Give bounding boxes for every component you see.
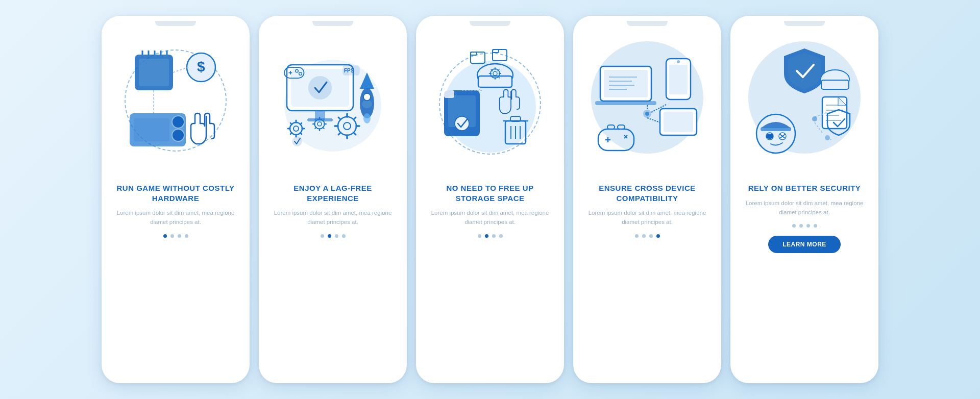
svg-rect-81 (471, 52, 477, 55)
svg-point-20 (309, 77, 331, 99)
svg-point-30 (363, 93, 371, 101)
phone-notch (155, 21, 196, 26)
svg-text:$: $ (197, 59, 205, 74)
card-text-storage: NO NEED TO FREE UP STORAGE SPACE Lorem i… (416, 183, 564, 371)
dot-2-2 (328, 234, 331, 238)
dot-3-4 (499, 234, 503, 238)
dots-row-5 (792, 224, 817, 228)
svg-line-107 (647, 118, 660, 122)
phone-notch-2 (312, 21, 353, 26)
svg-point-29 (363, 113, 371, 123)
lagfree-svg-wrapper: FPS (277, 39, 389, 174)
card-text-crossdevice: ENSURE CROSS DEVICE COMPATIBILITY Lorem … (573, 183, 721, 371)
card-desc-crossdevice: Lorem ipsum dolor sit dim amet, mea regi… (584, 208, 710, 227)
card-crossdevice: ENSURE CROSS DEVICE COMPATIBILITY Lorem … (573, 16, 721, 383)
card-title-hardware: RUN GAME WITHOUT COSTLY HARDWARE (113, 183, 238, 203)
card-hardware: $ RUN GAME WITHOUT COSTLY HARDWARE (102, 16, 250, 383)
card-text-lagfree: ENJOY A LAG-FREE EXPERIENCE Lorem ipsum … (259, 183, 407, 371)
svg-rect-83 (493, 49, 499, 53)
svg-line-42 (290, 133, 292, 134)
dot-2-1 (321, 234, 324, 238)
svg-rect-1 (139, 59, 169, 86)
card-text-hardware: RUN GAME WITHOUT COSTLY HARDWARE Lorem i… (102, 183, 250, 371)
card-illustration-hardware: $ (114, 30, 237, 183)
dot-1-1 (163, 234, 167, 238)
svg-point-67 (455, 116, 469, 131)
dot-4-3 (649, 234, 653, 238)
card-storage: NO NEED TO FREE UP STORAGE SPACE Lorem i… (416, 16, 564, 383)
svg-rect-100 (669, 65, 688, 94)
svg-rect-94 (595, 101, 656, 105)
phone-notch-3 (470, 21, 510, 26)
hardware-svg: $ (119, 39, 232, 172)
svg-rect-125 (821, 80, 849, 89)
svg-line-132 (815, 122, 822, 133)
dot-4-4 (656, 234, 660, 238)
illustration-svg-wrapper: $ (119, 39, 232, 174)
svg-rect-103 (664, 112, 693, 132)
phone-notch-5 (784, 21, 825, 26)
dot-1-4 (185, 234, 188, 238)
dot-3-1 (478, 234, 481, 238)
storage-svg (434, 39, 546, 172)
svg-rect-66 (444, 90, 454, 98)
dots-row-1 (163, 234, 188, 238)
security-svg-wrapper (748, 38, 861, 176)
card-text-security: RELY ON BETTER SECURITY Lorem ipsum dolo… (730, 183, 878, 371)
svg-point-116 (756, 114, 795, 153)
card-illustration-lagfree: FPS (272, 30, 394, 183)
dot-4-2 (642, 234, 646, 238)
dot-1-3 (178, 234, 181, 238)
dot-5-3 (806, 224, 810, 228)
dot-1-2 (170, 234, 174, 238)
crossdevice-svg (591, 38, 703, 173)
svg-point-101 (677, 60, 680, 63)
dot-5-4 (814, 224, 817, 228)
svg-point-105 (645, 112, 649, 116)
card-lagfree: FPS (259, 16, 407, 383)
card-desc-lagfree: Lorem ipsum dolor sit dim amet, mea regi… (270, 208, 396, 227)
cards-container: $ RUN GAME WITHOUT COSTLY HARDWARE (91, 6, 889, 393)
card-title-crossdevice: ENSURE CROSS DEVICE COMPATIBILITY (584, 183, 710, 203)
card-desc-security: Lorem ipsum dolor sit dim amet, mea regi… (742, 198, 867, 217)
svg-point-28 (362, 100, 372, 108)
phone-notch-4 (627, 21, 668, 26)
dot-3-3 (492, 234, 496, 238)
dot-2-4 (342, 234, 346, 238)
svg-rect-82 (493, 49, 507, 61)
card-desc-storage: Lorem ipsum dolor sit dim amet, mea regi… (427, 208, 553, 227)
dot-2-3 (335, 234, 338, 238)
card-illustration-security (743, 30, 866, 183)
dots-row-3 (478, 234, 503, 238)
dots-row-4 (635, 234, 660, 238)
svg-rect-109 (598, 129, 634, 151)
svg-rect-120 (766, 134, 773, 139)
card-title-security: RELY ON BETTER SECURITY (748, 183, 861, 193)
card-illustration-storage (429, 30, 551, 183)
lagfree-svg: FPS (277, 39, 389, 172)
dot-3-2 (485, 234, 488, 238)
svg-rect-117 (761, 127, 791, 131)
storage-svg-wrapper (434, 39, 546, 174)
crossdevice-svg-wrapper (591, 38, 703, 176)
svg-text:FPS: FPS (344, 68, 354, 73)
svg-line-13 (173, 67, 188, 72)
dots-row-2 (321, 234, 346, 238)
security-svg (748, 38, 861, 173)
learn-more-button[interactable]: LEARN MORE (768, 236, 841, 253)
svg-rect-93 (604, 70, 648, 97)
card-security: RELY ON BETTER SECURITY Lorem ipsum dolo… (730, 16, 878, 383)
dot-4-1 (635, 234, 639, 238)
dot-5-2 (799, 224, 803, 228)
dot-5-1 (792, 224, 796, 228)
svg-rect-10 (134, 118, 169, 141)
svg-point-12 (172, 129, 184, 141)
card-desc-hardware: Lorem ipsum dolor sit dim amet, mea regi… (113, 208, 238, 227)
card-title-storage: NO NEED TO FREE UP STORAGE SPACE (427, 183, 553, 203)
svg-rect-80 (471, 52, 485, 63)
svg-point-11 (172, 116, 184, 128)
card-title-lagfree: ENJOY A LAG-FREE EXPERIENCE (270, 183, 396, 203)
svg-point-133 (812, 116, 817, 121)
card-illustration-crossdevice (586, 30, 708, 183)
